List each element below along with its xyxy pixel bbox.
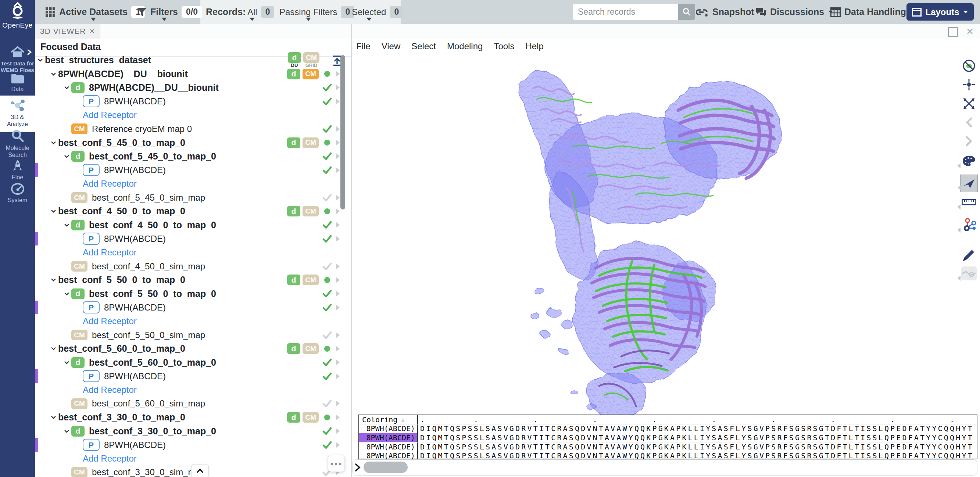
hidden-check-icon[interactable]	[321, 399, 333, 408]
layouts-button[interactable]: Layouts	[907, 3, 974, 21]
menu-help[interactable]: Help	[525, 41, 543, 51]
zoom-fit-button[interactable]	[960, 95, 978, 113]
tree-row[interactable]: dbest_conf_5_50_0_to_map_0	[35, 287, 351, 301]
records-selected-dropdown[interactable]: Selected 0	[352, 0, 403, 24]
sequence-row-label[interactable]: 8PWH(ABCDE)	[359, 442, 418, 451]
sequence-residues[interactable]: DIQMTQSPSSLSASVGDRVTITCRASQDVNTAVAWYQQKP…	[418, 451, 977, 460]
visible-check-icon[interactable]	[321, 303, 333, 312]
history-back-button[interactable]	[960, 114, 978, 131]
tree-row[interactable]: Add Receptor	[35, 314, 351, 328]
tree-row[interactable]: P8PWH(ABCDE)	[35, 301, 351, 314]
tree-row[interactable]: Add Receptor	[35, 452, 351, 465]
tree-row[interactable]: Add Receptor	[35, 383, 351, 396]
visible-check-icon[interactable]	[321, 166, 333, 175]
tree-row[interactable]: best_conf_5_60_0_to_map_0dCM	[35, 342, 351, 355]
tree-row[interactable]: Add Receptor	[35, 245, 351, 259]
chevron-right-icon[interactable]	[333, 221, 342, 229]
sequence-row[interactable]: 8PWH(ABCDE) DIQMTQSPSSLSASVGDRVTITCRASQD…	[359, 424, 977, 433]
sequence-row-label[interactable]: 8PWH(ABCDE)	[359, 433, 418, 442]
draw-pencil-button[interactable]	[960, 246, 978, 264]
measure-button[interactable]	[960, 193, 978, 211]
visible-check-icon[interactable]	[321, 289, 333, 298]
select-cursor-button[interactable]	[960, 175, 978, 192]
tree-row[interactable]: best_conf_5_45_0_to_map_0dCM	[35, 135, 351, 149]
sidebar-item-system[interactable]: System	[0, 183, 35, 204]
chevron-right-icon[interactable]	[333, 290, 342, 297]
chevron-right-icon[interactable]	[333, 400, 342, 407]
data-handling-button[interactable]: Data Handling	[830, 0, 906, 24]
sidebar-item-3d-analyze[interactable]: 3D & Analyze	[0, 95, 35, 132]
more-options-button[interactable]: ●●●	[328, 455, 345, 472]
tree-row[interactable]: CMbest_conf_5_50_0_sim_map	[35, 328, 351, 342]
sequence-residues[interactable]: DIQMTQSPSSLSASVGDRVTITCRASQDVNTAVAWYQQKP…	[418, 442, 977, 451]
depiction-button-disabled[interactable]	[960, 265, 978, 282]
chevron-right-icon[interactable]	[333, 235, 342, 243]
sequence-row-label[interactable]: 8PWH(ABCDE)	[359, 451, 418, 460]
close-icon[interactable]: ×	[966, 25, 974, 38]
chevron-right-icon[interactable]	[333, 373, 342, 380]
search-input[interactable]	[573, 4, 678, 20]
add-receptor-link[interactable]: Add Receptor	[83, 453, 137, 464]
menu-modeling[interactable]: Modeling	[447, 41, 483, 51]
hscroll-thumb[interactable]	[364, 461, 408, 473]
tree-row[interactable]: best_conf_5_50_0_to_map_0dCM	[35, 273, 351, 287]
tree-row[interactable]: CMReference cryoEM map 0	[35, 122, 351, 135]
hidden-check-icon[interactable]	[321, 331, 333, 340]
tab-close-icon[interactable]: ×	[90, 27, 95, 35]
chevron-right-icon[interactable]	[333, 304, 342, 311]
add-receptor-link[interactable]: Add Receptor	[83, 385, 137, 395]
tree-row[interactable]: dbest_conf_3_30_0_to_map_0	[35, 425, 351, 438]
tree-row[interactable]: P8PWH(ABCDE)	[35, 232, 351, 245]
coloring-header[interactable]: Coloring▲	[359, 415, 418, 424]
visible-check-icon[interactable]	[321, 358, 333, 367]
tree-row[interactable]: P8PWH(ABCDE)	[35, 163, 351, 177]
hidden-check-icon[interactable]	[321, 193, 333, 202]
tree-row[interactable]: CMbest_conf_5_45_0_sim_map	[35, 191, 351, 204]
sequence-residues[interactable]: DIQMTQSPSSLSASVGDRVTITCRASQDVNTAVAWYQQKP…	[418, 433, 977, 442]
molecule-3d-render[interactable]	[478, 55, 809, 423]
build-molecule-button[interactable]	[960, 216, 978, 234]
chevron-right-icon[interactable]	[333, 359, 342, 366]
snapshot-button[interactable]: Snapshot	[695, 0, 754, 24]
search-button[interactable]	[678, 4, 695, 20]
filters-dropdown[interactable]: Filters 0/0	[137, 0, 202, 24]
records-passing-dropdown[interactable]: Passing Filters 0	[279, 0, 354, 24]
tree-row[interactable]: 8PWH(ABCDE)__DU__biounitdCM	[35, 67, 351, 81]
tree-row[interactable]: best_conf_4_50_0_to_map_0dCM	[35, 204, 351, 218]
chevron-right-icon[interactable]	[333, 331, 342, 339]
sequence-residues[interactable]: DIQMTQSPSSLSASVGDRVTITCRASQDVNTAVAWYQQKP…	[418, 424, 977, 433]
maximize-icon[interactable]	[948, 27, 958, 37]
chevron-right-icon[interactable]	[333, 263, 342, 270]
center-view-button[interactable]	[960, 76, 978, 93]
visible-check-icon[interactable]	[321, 152, 333, 161]
tab-3d-viewer[interactable]: 3D VIEWER ×	[35, 24, 100, 38]
visible-check-icon[interactable]	[321, 440, 333, 450]
sidebar-item-data[interactable]: Data	[0, 73, 35, 93]
tree-scrollbar[interactable]	[340, 55, 345, 210]
sidebar-item-project[interactable]: Test Data for WEMD Floes	[0, 46, 35, 73]
sequence-row[interactable]: 8PWH(ABCDE) DIQMTQSPSSLSASVGDRVTITCRASQD…	[359, 433, 977, 442]
tree-row[interactable]: dbest_conf_5_60_0_to_map_0	[35, 356, 351, 369]
tree-row[interactable]: d8PWH(ABCDE)__DU__biounit	[35, 81, 351, 94]
tree-row[interactable]: dbest_conf_5_45_0_to_map_0	[35, 149, 351, 163]
add-receptor-link[interactable]: Add Receptor	[83, 110, 137, 120]
tree-row[interactable]: CMbest_conf_5_60_0_sim_map	[35, 397, 351, 410]
scroll-up-button[interactable]	[191, 464, 209, 477]
menu-view[interactable]: View	[382, 41, 401, 51]
tree-row[interactable]: P8PWH(ABCDE)	[35, 94, 351, 108]
discussions-dropdown[interactable]: Discussions	[756, 0, 834, 24]
history-forward-button[interactable]	[960, 132, 978, 150]
tree-row[interactable]: Add Receptor	[35, 108, 351, 122]
visible-check-icon[interactable]	[321, 125, 333, 134]
sequence-row[interactable]: 8PWH(ABCDE) DIQMTQSPSSLSASVGDRVTITCRASQD…	[359, 451, 977, 460]
tree-row[interactable]: CMbest_conf_4_50_0_sim_map	[35, 259, 351, 273]
chevron-right-icon[interactable]	[333, 345, 342, 352]
tree-row[interactable]: P8PWH(ABCDE)	[35, 369, 351, 383]
chevron-right-icon[interactable]	[333, 428, 342, 435]
tree-row[interactable]: best_structures_dataset dDU CMGRID	[35, 53, 351, 67]
menu-tools[interactable]: Tools	[494, 41, 514, 51]
visible-check-icon[interactable]	[321, 83, 333, 92]
records-all-dropdown[interactable]: All 0	[247, 0, 274, 24]
sidebar-item-molecule-search[interactable]: Molecule Search	[0, 129, 35, 159]
expand-chevron-icon[interactable]	[354, 463, 361, 472]
